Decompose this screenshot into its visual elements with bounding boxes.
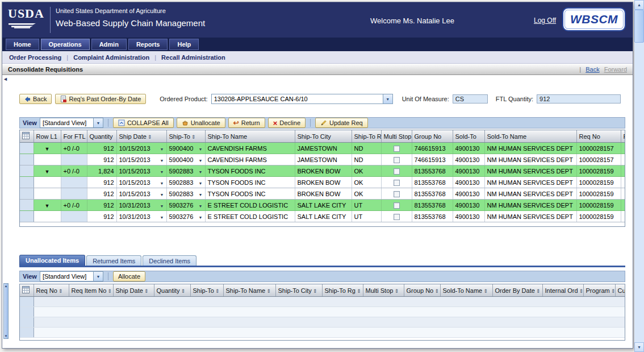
nav-tab-reports[interactable]: Reports (128, 39, 168, 50)
multi-stop-checkbox[interactable] (394, 214, 400, 220)
column-header[interactable]: Row L1 (34, 130, 61, 143)
column-header[interactable]: Ship Date⇕ (113, 284, 154, 297)
ship-to-cell[interactable]: ▼5900400 (166, 154, 205, 165)
ship-to-dropdown-icon[interactable]: ▼ (199, 216, 203, 220)
ship-date-dropdown-icon[interactable]: ▼ (160, 193, 164, 197)
column-header[interactable]: For FTL (61, 130, 87, 143)
ship-to-cell[interactable]: ▼5903276 (166, 211, 205, 222)
collapse-all-button[interactable]: COLLAPSE All (113, 118, 174, 128)
multi-stop-checkbox[interactable] (394, 202, 400, 209)
browser-scrollbar[interactable]: ▲ ▼ (634, 0, 644, 352)
ship-to-cell[interactable]: ▼5900400 (166, 143, 205, 154)
requisition-row[interactable]: ▼ +0 /-0 1,824 ▼10/15/2013 ▼5902883 TYSO… (20, 165, 625, 177)
column-header[interactable]: Ship-To City⇕ (275, 284, 322, 297)
ship-date-cell[interactable]: ▼10/31/2013 (116, 200, 166, 211)
column-header[interactable]: Ship-To⇕ (166, 130, 205, 143)
ship-to-cell[interactable]: ▼5902883 (166, 165, 205, 177)
column-header[interactable]: Ship-To Name⇕ (223, 284, 275, 297)
requisition-row[interactable]: 912 ▼10/15/2013 ▼5900400 CAVENDISH FARMS… (20, 154, 625, 165)
column-header[interactable]: Internal Ord⇕ (542, 284, 583, 297)
column-header[interactable]: Multi Stop (381, 130, 412, 143)
grid-corner-cell[interactable] (20, 130, 34, 143)
column-header[interactable]: Req Item No⇕ (69, 284, 113, 297)
column-header[interactable]: Group No⇕ (404, 284, 440, 297)
column-header[interactable]: Order By Date⇕ (492, 284, 542, 297)
grid-corner-cell[interactable] (20, 284, 34, 297)
column-header[interactable]: Quantity⇕ (154, 284, 190, 297)
ship-date-dropdown-icon[interactable]: ▼ (160, 181, 164, 185)
row-selector-cell[interactable] (20, 188, 34, 200)
nav-tab-admin[interactable]: Admin (91, 39, 127, 50)
ship-to-cell[interactable]: ▼5903276 (166, 200, 205, 211)
ship-to-cell[interactable]: ▼5902883 (166, 177, 205, 188)
back-button[interactable]: Back (19, 94, 52, 104)
row-selector-cell[interactable] (20, 143, 34, 154)
column-header[interactable]: Ship-To Name (205, 130, 295, 143)
scroll-thumb[interactable] (634, 10, 644, 43)
ship-date-cell[interactable]: ▼10/15/2013 (116, 177, 166, 188)
scroll-down-button[interactable]: ▼ (634, 342, 644, 352)
column-header[interactable]: Ship-To⇕ (190, 284, 223, 297)
return-button[interactable]: ↩ Return (228, 118, 265, 128)
requisition-row[interactable]: ▼ +0 /-0 912 ▼10/31/2013 ▼5903276 E STRE… (20, 200, 625, 211)
ship-date-dropdown-icon[interactable]: ▼ (160, 216, 164, 220)
ship-date-cell[interactable]: ▼10/15/2013 (116, 143, 166, 154)
dropdown-arrow-icon[interactable]: ▼ (383, 94, 392, 103)
multi-stop-checkbox[interactable] (394, 168, 400, 175)
lower-view-dropdown[interactable]: [Standard View] ▼ (40, 271, 103, 281)
strip-down-icon[interactable]: ▼ (5, 334, 8, 338)
multi-stop-checkbox[interactable] (394, 180, 400, 186)
requisition-row[interactable]: 912 ▼10/15/2013 ▼5902883 TYSON FOODS INC… (20, 177, 625, 188)
tab-declined-items[interactable]: Declined Items (143, 255, 196, 266)
multi-stop-checkbox[interactable] (394, 146, 400, 152)
column-header[interactable]: Quantity (87, 130, 116, 143)
column-header[interactable]: Ship-To City (295, 130, 352, 143)
scroll-up-button[interactable]: ▲ (634, 0, 644, 10)
ship-to-dropdown-icon[interactable]: ▼ (199, 170, 203, 174)
column-header[interactable]: Group No (412, 130, 453, 143)
nav-tab-home[interactable]: Home (6, 39, 39, 50)
ship-to-dropdown-icon[interactable]: ▼ (199, 147, 203, 151)
log-off-link[interactable]: Log Off (534, 16, 556, 24)
ship-date-cell[interactable]: ▼10/15/2013 (116, 188, 166, 200)
ship-date-dropdown-icon[interactable]: ▼ (160, 159, 164, 163)
ship-to-dropdown-icon[interactable]: ▼ (199, 193, 203, 197)
multi-stop-checkbox[interactable] (394, 157, 400, 163)
requisition-row[interactable]: 912 ▼10/31/2013 ▼5903276 E STREET COLD L… (20, 211, 625, 222)
ship-to-dropdown-icon[interactable]: ▼ (199, 159, 203, 163)
column-header[interactable]: Req No (576, 130, 621, 143)
ship-date-dropdown-icon[interactable]: ▼ (160, 170, 164, 174)
column-header[interactable]: Multi Stop⇕ (363, 284, 404, 297)
allocate-button[interactable]: Allocate (113, 271, 145, 281)
column-header[interactable]: Req Item No (621, 130, 625, 143)
column-header[interactable]: Sold-To (453, 130, 484, 143)
dropdown-arrow-icon[interactable]: ▼ (93, 118, 103, 127)
row-selector-cell[interactable] (20, 177, 34, 188)
column-header[interactable]: Req No⇕ (34, 284, 69, 297)
column-header[interactable]: Sold-To Name⇕ (440, 284, 492, 297)
row-selector-cell[interactable] (20, 317, 34, 328)
row-selector-cell[interactable] (20, 307, 34, 317)
tab-returned-items[interactable]: Returned Items (86, 255, 141, 266)
row-selector-cell[interactable] (20, 297, 34, 307)
history-back-link[interactable]: Back (586, 66, 599, 73)
ordered-product-dropdown[interactable]: 130208-APPLESAUCE CAN-6/10 ▼ (211, 94, 393, 104)
collapse-panel-icon[interactable]: ◄ (3, 76, 8, 82)
nav-tab-operations[interactable]: Operations (41, 39, 90, 50)
row-selector-cell[interactable] (20, 154, 34, 165)
dropdown-arrow-icon[interactable]: ▼ (93, 272, 103, 281)
collapse-row-icon[interactable]: ▼ (45, 169, 50, 175)
ship-date-cell[interactable]: ▼10/15/2013 (116, 154, 166, 165)
ship-date-cell[interactable]: ▼10/31/2013 (116, 211, 166, 222)
update-req-button[interactable]: Update Req (315, 118, 368, 128)
strip-up-icon[interactable]: ▲ (5, 284, 8, 288)
nav-tab-help[interactable]: Help (169, 39, 199, 50)
ship-to-dropdown-icon[interactable]: ▼ (199, 181, 203, 185)
column-header[interactable]: Sold-To Name (484, 130, 576, 143)
subnav-recall-administration[interactable]: Recall Administration (161, 54, 225, 61)
subnav-complaint-administration[interactable]: Complaint Administration (73, 54, 149, 61)
collapse-row-icon[interactable]: ▼ (45, 146, 50, 152)
column-header[interactable]: Ship-To Rg⇕ (322, 284, 363, 297)
column-header[interactable]: Program⇕ (583, 284, 615, 297)
ship-to-cell[interactable]: ▼5902883 (166, 188, 205, 200)
